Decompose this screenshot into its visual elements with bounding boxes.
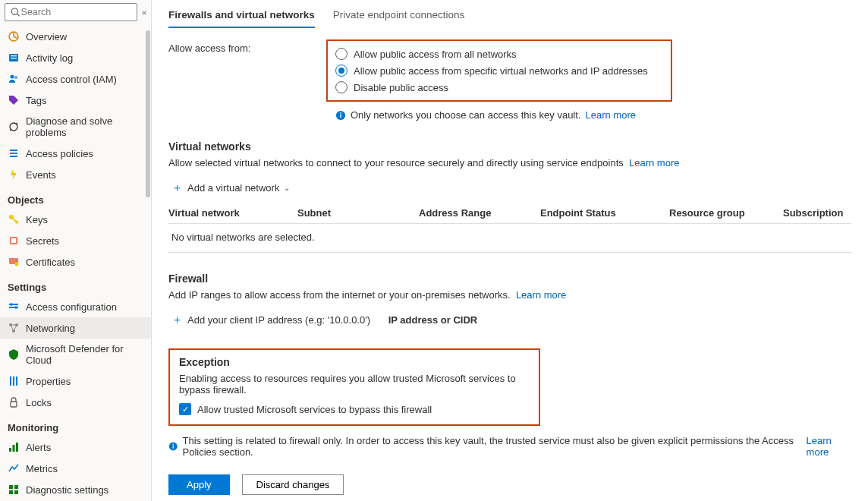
learn-more-link[interactable]: Learn more bbox=[585, 109, 635, 121]
sidebar-item-label: Secrets bbox=[26, 235, 59, 247]
sidebar-item-diagnose[interactable]: Diagnose and solve problems bbox=[0, 111, 151, 143]
col-resource-group: Resource group bbox=[669, 207, 783, 219]
access-config-icon bbox=[8, 301, 20, 313]
allow-access-label: Allow access from: bbox=[168, 39, 320, 54]
diagnostic-icon bbox=[8, 484, 20, 496]
vnet-empty-state: No virtual networks are selected. bbox=[168, 224, 851, 253]
radio-specific-networks[interactable]: Allow public access from specific virtua… bbox=[335, 62, 648, 79]
trusted-services-checkbox[interactable]: ✓ Allow trusted Microsoft services to by… bbox=[179, 403, 530, 415]
svg-rect-14 bbox=[10, 156, 17, 157]
info-text: Only networks you choose can access this… bbox=[351, 109, 580, 121]
note-text: This setting is related to firewall only… bbox=[183, 435, 794, 458]
diagnose-icon bbox=[8, 121, 20, 133]
search-icon bbox=[10, 6, 21, 18]
sidebar-item-locks[interactable]: Locks bbox=[0, 392, 151, 413]
sidebar-item-events[interactable]: Events bbox=[0, 164, 151, 185]
svg-rect-13 bbox=[10, 153, 17, 154]
tags-icon bbox=[8, 94, 20, 106]
sidebar-item-defender[interactable]: Microsoft Defender for Cloud bbox=[0, 339, 151, 370]
sidebar-item-label: Access configuration bbox=[26, 301, 117, 313]
sidebar-item-alerts[interactable]: Alerts bbox=[0, 436, 151, 458]
radio-all-networks[interactable]: Allow public access from all networks bbox=[335, 46, 648, 62]
nav-group-title: Monitoring bbox=[0, 417, 151, 436]
policies-icon bbox=[8, 147, 20, 159]
add-ip-label: Add your client IP address (e.g: '10.0.0… bbox=[187, 314, 370, 326]
col-subnet: Subnet bbox=[297, 207, 419, 219]
svg-rect-29 bbox=[16, 377, 17, 386]
sidebar-item-label: Overview bbox=[26, 31, 67, 43]
radio-label: Disable public access bbox=[354, 82, 448, 93]
sidebar-item-properties[interactable]: Properties bbox=[0, 370, 151, 392]
sidebar: « Overview Activity log Access control (… bbox=[0, 0, 152, 501]
locks-icon bbox=[8, 396, 20, 408]
svg-point-22 bbox=[10, 303, 13, 306]
radio-icon bbox=[335, 48, 348, 60]
svg-rect-32 bbox=[13, 445, 15, 452]
sidebar-item-iam[interactable]: Access control (IAM) bbox=[0, 68, 151, 90]
svg-rect-8 bbox=[11, 58, 17, 58]
sidebar-item-metrics[interactable]: Metrics bbox=[0, 458, 151, 479]
sidebar-item-networking[interactable]: Networking bbox=[0, 317, 151, 339]
certificates-icon bbox=[8, 256, 20, 268]
sidebar-item-overview[interactable]: Overview bbox=[0, 26, 151, 47]
sidebar-item-access-config[interactable]: Access configuration bbox=[0, 296, 151, 317]
sidebar-item-secrets[interactable]: Secrets bbox=[0, 230, 151, 251]
tab-firewalls[interactable]: Firewalls and virtual networks bbox=[168, 6, 315, 28]
sidebar-item-keys[interactable]: Keys bbox=[0, 209, 151, 230]
nav-group-monitoring: Monitoring Alerts Metrics Diagnostic set… bbox=[0, 417, 151, 501]
collapse-sidebar-button[interactable]: « bbox=[142, 8, 146, 17]
svg-rect-36 bbox=[9, 490, 13, 494]
sidebar-scrollbar[interactable] bbox=[143, 24, 151, 501]
defender-icon bbox=[8, 348, 20, 361]
col-vnet: Virtual network bbox=[168, 207, 297, 219]
search-input[interactable] bbox=[21, 7, 132, 17]
sidebar-item-label: Microsoft Defender for Cloud bbox=[26, 343, 143, 366]
main-content: Firewalls and virtual networks Private e… bbox=[152, 0, 868, 501]
learn-more-link[interactable]: Learn more bbox=[516, 289, 566, 301]
sidebar-item-diagnostic-settings[interactable]: Diagnostic settings bbox=[0, 479, 151, 500]
firewall-desc: Add IP ranges to allow access from the i… bbox=[168, 289, 511, 301]
radio-disable-public[interactable]: Disable public access bbox=[335, 79, 648, 96]
sidebar-item-certificates[interactable]: Certificates bbox=[0, 251, 151, 273]
chevron-down-icon: ⌄ bbox=[284, 184, 290, 192]
footer-actions: Apply Discard changes bbox=[168, 474, 851, 495]
add-vnet-label: Add a virtual network bbox=[187, 182, 279, 194]
sidebar-item-access-policies[interactable]: Access policies bbox=[0, 143, 151, 164]
add-client-ip-button[interactable]: ＋ Add your client IP address (e.g: '10.0… bbox=[168, 311, 373, 329]
sidebar-item-activity-log[interactable]: Activity log bbox=[0, 47, 151, 68]
apply-button[interactable]: Apply bbox=[168, 474, 230, 495]
alerts-icon bbox=[8, 441, 20, 453]
nav-group-title: Objects bbox=[0, 190, 151, 209]
svg-point-23 bbox=[14, 306, 17, 309]
keys-icon bbox=[8, 213, 20, 225]
tab-private-endpoint[interactable]: Private endpoint connections bbox=[333, 6, 464, 28]
search-input-wrap[interactable] bbox=[5, 3, 137, 21]
events-icon bbox=[8, 169, 20, 181]
vnet-desc: Allow selected virtual networks to conne… bbox=[168, 157, 624, 169]
nav-group-title: Settings bbox=[0, 277, 151, 296]
col-endpoint-status: Endpoint Status bbox=[540, 207, 669, 219]
checkbox-label: Allow trusted Microsoft services to bypa… bbox=[197, 404, 432, 415]
learn-more-link[interactable]: Learn more bbox=[629, 157, 679, 169]
ip-cidr-label: IP address or CIDR bbox=[376, 308, 478, 326]
add-virtual-network-button[interactable]: ＋ Add a virtual network ⌄ bbox=[168, 179, 293, 197]
exception-box: Exception Enabling access to resources r… bbox=[168, 348, 540, 426]
sidebar-item-label: Properties bbox=[26, 376, 71, 387]
sidebar-item-label: Locks bbox=[26, 397, 52, 408]
scrollbar-thumb[interactable] bbox=[146, 30, 150, 197]
sidebar-item-label: Certificates bbox=[26, 257, 75, 268]
svg-rect-37 bbox=[14, 490, 18, 494]
tabs: Firewalls and virtual networks Private e… bbox=[168, 6, 851, 29]
info-icon bbox=[335, 110, 346, 121]
svg-point-10 bbox=[14, 76, 17, 79]
iam-icon bbox=[8, 73, 20, 85]
sidebar-item-tags[interactable]: Tags bbox=[0, 90, 151, 111]
vnet-section-title: Virtual networks bbox=[168, 140, 851, 153]
radio-label: Allow public access from specific virtua… bbox=[354, 65, 648, 77]
discard-button[interactable]: Discard changes bbox=[242, 474, 344, 495]
svg-point-9 bbox=[11, 75, 14, 79]
svg-rect-33 bbox=[16, 443, 18, 452]
learn-more-link[interactable]: Learn more bbox=[807, 435, 851, 458]
sidebar-item-label: Access control (IAM) bbox=[26, 74, 117, 85]
vnet-table-header: Virtual network Subnet Address Range End… bbox=[168, 203, 851, 224]
